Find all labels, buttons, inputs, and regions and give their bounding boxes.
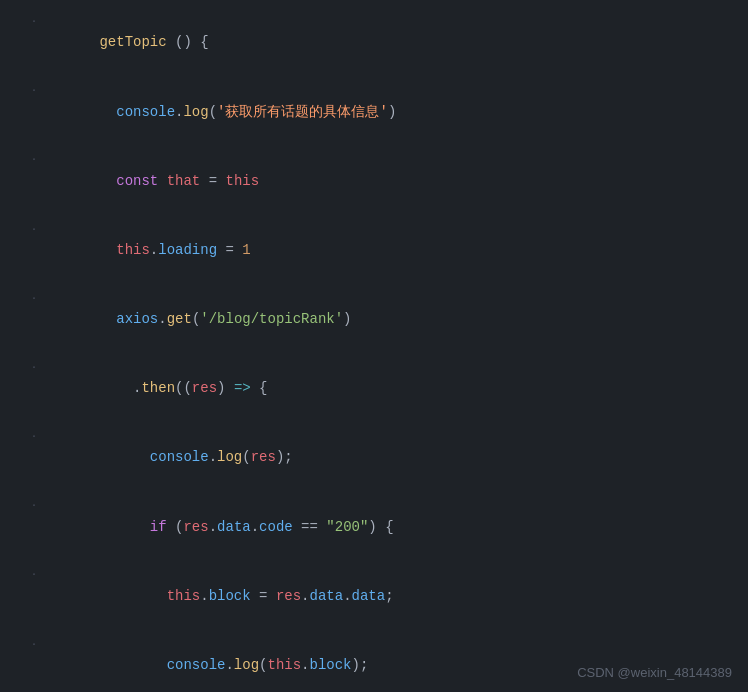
code-text: console.log('获取所有话题的具体信息'): [45, 78, 748, 145]
code-line: · .then((res) => {: [0, 354, 748, 423]
code-text: this.loading = 1: [45, 217, 748, 284]
line-number: ·: [0, 291, 45, 307]
code-text: getTopic () {: [45, 9, 748, 76]
code-text: axios.get('/blog/topicRank'): [45, 286, 748, 353]
code-text: .then((res) => {: [45, 355, 748, 422]
code-text: this.block = res.data.data;: [45, 562, 748, 629]
code-text: const that = this: [45, 147, 748, 214]
code-editor: · getTopic () { · console.log('获取所有话题的具体…: [0, 0, 748, 692]
line-number: ·: [0, 14, 45, 30]
code-text: console.log(res);: [45, 424, 748, 491]
line-number: ·: [0, 360, 45, 376]
code-text: if (res.data.code == "200") {: [45, 493, 748, 560]
code-line: · this.loading = 1: [0, 216, 748, 285]
code-line: · getTopic () {: [0, 8, 748, 77]
code-line: · console.log(res);: [0, 423, 748, 492]
line-number: ·: [0, 637, 45, 653]
watermark: CSDN @weixin_48144389: [577, 663, 732, 684]
code-line: · console.log('获取所有话题的具体信息'): [0, 77, 748, 146]
code-line: · const that = this: [0, 146, 748, 215]
line-number: ·: [0, 222, 45, 238]
code-line: · if (res.data.code == "200") {: [0, 492, 748, 561]
code-line: · axios.get('/blog/topicRank'): [0, 285, 748, 354]
line-number: ·: [0, 498, 45, 514]
line-number: ·: [0, 429, 45, 445]
line-number: ·: [0, 567, 45, 583]
line-number: ·: [0, 152, 45, 168]
line-number: ·: [0, 83, 45, 99]
code-line: · this.block = res.data.data;: [0, 561, 748, 630]
